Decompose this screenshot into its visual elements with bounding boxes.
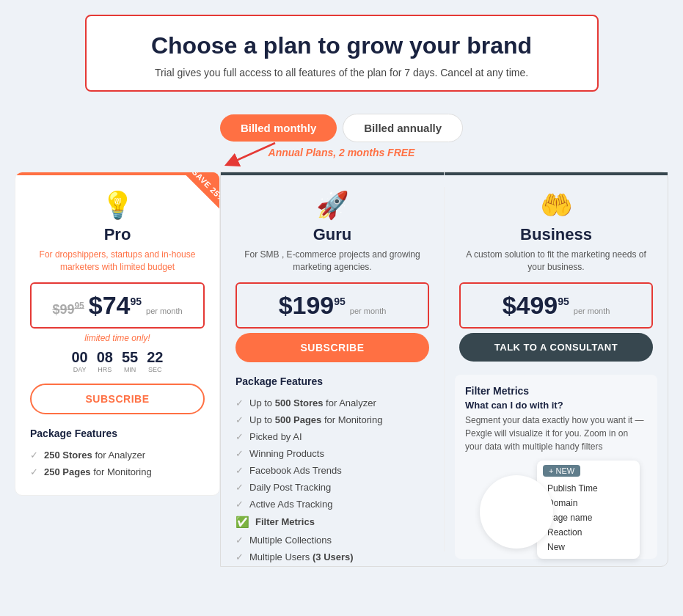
dropdown-item-reaction[interactable]: Reaction	[537, 525, 640, 540]
guru-header: 🚀 Guru For SMB , E-commerce projects and…	[221, 175, 444, 274]
guru-feature-5: ✓ Facebook Ads Trends	[221, 462, 444, 479]
check-icon: ✓	[235, 448, 244, 459]
filter-metrics-title: Filter Metrics	[465, 385, 647, 397]
guru-feature-1: ✓ Up to 500 Stores for Analyzer	[221, 395, 444, 411]
pro-price-old: $9995	[52, 301, 84, 318]
guru-business-wrapper: 🚀 Guru For SMB , E-commerce projects and…	[220, 172, 668, 567]
arrow-icon	[224, 139, 282, 167]
guru-features-title: Package Features	[221, 375, 444, 387]
circle-bg	[480, 475, 553, 549]
check-icon: ✓	[235, 414, 244, 425]
page-title: Choose a plan to grow your brand	[116, 32, 568, 59]
business-icon: 🤲	[459, 190, 653, 221]
pro-price-new: $7495	[89, 291, 142, 320]
check-icon: ✓	[30, 466, 38, 477]
guru-feature-8: ✅ Filter Metrics	[221, 513, 444, 532]
billing-annually-button[interactable]: Billed annually	[343, 114, 463, 142]
filter-metrics-question: What can I do with it?	[465, 400, 647, 411]
guru-feature-4: ✓ Winning Products	[221, 445, 444, 462]
pro-desc: For dropshippers, startups and in-house …	[30, 249, 205, 274]
countdown-day: 00 DAY	[72, 349, 88, 373]
check-icon-green: ✅	[235, 516, 249, 529]
plans-container: SAVE 25% 💡 Pro For dropshippers, startup…	[15, 172, 668, 567]
guru-feature-3: ✓ Picked by AI	[221, 428, 444, 445]
guru-price: $19995	[279, 291, 346, 320]
filter-metrics-box: Filter Metrics What can I do with it? Se…	[455, 375, 657, 559]
pro-feature-1: ✓ 250 Stores for Analyzer	[15, 447, 219, 463]
business-talk-button[interactable]: TALK TO A CONSULTANT	[459, 333, 653, 362]
plan-pro: SAVE 25% 💡 Pro For dropshippers, startup…	[15, 172, 220, 496]
plan-business: 🤲 Business A custom solution to fit the …	[445, 172, 668, 566]
guru-subscribe-button[interactable]: SUBSCRIBE	[235, 333, 429, 362]
annual-note-row: Annual Plans, 2 months FREE	[269, 147, 415, 158]
dropdown-new-btn[interactable]: + NEW	[543, 465, 580, 477]
dropdown-preview-container: + NEW Publish Time Domain Page name Reac…	[465, 461, 647, 549]
check-icon: ✓	[235, 499, 244, 510]
page-subtitle: Trial gives you full access to all featu…	[116, 67, 568, 78]
guru-feature-6: ✓ Daily Post Tracking	[221, 479, 444, 496]
check-icon: ✓	[235, 535, 244, 546]
business-price-box: $49995 per month	[459, 282, 653, 329]
business-price: $49995	[503, 291, 569, 320]
pro-feature-2: ✓ 250 Pages for Monitoring	[15, 463, 219, 480]
business-name: Business	[459, 225, 653, 244]
filter-metrics-desc: Segment your data exactly how you want i…	[465, 414, 647, 453]
svg-line-1	[231, 143, 275, 163]
guru-price-box: $19995 per month	[235, 282, 429, 329]
business-desc: A custom solution to fit the marketing n…	[459, 249, 653, 274]
check-icon: ✓	[235, 482, 244, 493]
business-price-per: per month	[574, 307, 610, 315]
business-header: 🤲 Business A custom solution to fit the …	[445, 175, 668, 274]
billing-toggle: Billed monthly Billed annually	[220, 114, 463, 142]
check-icon: ✓	[235, 465, 244, 476]
pro-icon: 💡	[30, 190, 205, 221]
check-icon: ✓	[235, 431, 244, 442]
countdown-min: 55 MIN	[122, 349, 138, 373]
guru-feature-9: ✓ Multiple Collections	[221, 532, 444, 549]
pro-limited: limited time only!	[15, 333, 219, 343]
dropdown-item-new[interactable]: New	[537, 540, 640, 554]
pro-header: 💡 Pro For dropshippers, startups and in-…	[15, 172, 219, 274]
dropdown-item-publish[interactable]: Publish Time	[537, 481, 640, 496]
guru-price-per: per month	[350, 307, 387, 315]
pro-subscribe-button[interactable]: SUBSCRIBE	[30, 384, 205, 414]
guru-name: Guru	[235, 225, 429, 244]
check-icon: ✓	[235, 397, 244, 408]
check-icon: ✓	[30, 450, 38, 461]
pro-countdown: 00 DAY 08 HRS 55 MIN 22 SEC	[15, 349, 219, 373]
billing-monthly-button[interactable]: Billed monthly	[220, 114, 337, 142]
guru-feature-2: ✓ Up to 500 Pages for Monitoring	[221, 411, 444, 428]
plan-guru: 🚀 Guru For SMB , E-commerce projects and…	[221, 172, 444, 566]
pro-price-per: per month	[146, 307, 183, 315]
guru-icon: 🚀	[235, 190, 429, 221]
check-icon: ✓	[235, 551, 244, 562]
countdown-sec: 22 SEC	[147, 349, 163, 373]
pro-price-box: $9995 $7495 per month	[30, 282, 205, 329]
pro-features-title: Package Features	[15, 428, 219, 439]
countdown-hrs: 08 HRS	[97, 349, 113, 373]
pro-name: Pro	[30, 225, 205, 244]
annual-note: Annual Plans, 2 months FREE	[269, 147, 415, 158]
header-box: Choose a plan to grow your brand Trial g…	[85, 15, 599, 92]
guru-desc: For SMB , E-commerce projects and growin…	[235, 249, 429, 274]
guru-feature-7: ✓ Active Ads Tracking	[221, 496, 444, 513]
guru-feature-10: ✓ Multiple Users (3 Users)	[221, 549, 444, 565]
